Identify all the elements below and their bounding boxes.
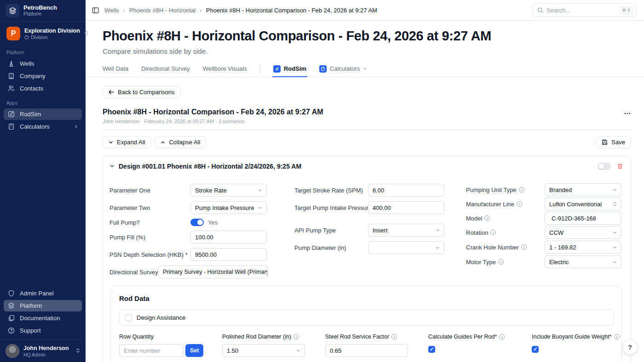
info-icon[interactable]: i: [614, 334, 620, 339]
pumping-unit-type-select[interactable]: Branded: [545, 183, 621, 196]
field-label: Pump Fill (%): [109, 231, 145, 243]
collapse-all-button[interactable]: Collapse All: [155, 136, 206, 148]
chevron-down-icon: [433, 246, 440, 250]
sidebar-item-platform[interactable]: Platform: [4, 300, 82, 311]
buoyant-weight-label: Include Buoyant Guide Weight*i: [532, 334, 620, 340]
user-menu[interactable]: John Henderson HQ Admin: [0, 339, 86, 362]
info-icon[interactable]: i: [484, 215, 490, 221]
info-icon[interactable]: i: [517, 201, 522, 207]
sidebar-item-admin-panel[interactable]: Admin Panel: [4, 288, 82, 299]
field-label: API Pump Type: [294, 224, 336, 237]
tab-wellbore-visuals[interactable]: Wellbore Visuals: [203, 61, 247, 77]
expand-all-button[interactable]: Expand All: [103, 136, 151, 148]
parameter-one-select[interactable]: Stroke Rate: [190, 184, 267, 197]
rodsim-icon: [7, 111, 15, 118]
field-label: Full Pump?: [109, 216, 140, 229]
parameter-two-select[interactable]: Pump Intake Pressure: [190, 201, 267, 214]
search-input[interactable]: [546, 7, 616, 14]
row-quantity-label: Row Quantity: [119, 334, 154, 340]
info-icon[interactable]: i: [391, 334, 397, 339]
pump-diameter-select[interactable]: [368, 241, 444, 254]
design-assistance-checkbox[interactable]: [125, 314, 132, 321]
collapse-design-icon[interactable]: [109, 163, 115, 170]
info-icon[interactable]: i: [293, 334, 299, 339]
back-to-comparisons-button[interactable]: Back to Comparisons: [103, 86, 181, 98]
calculator-icon: [7, 123, 15, 130]
org-switcher[interactable]: P Exploration Division Division: [4, 25, 82, 42]
info-icon[interactable]: i: [498, 259, 504, 265]
sidebar-item-company[interactable]: Company: [4, 70, 82, 82]
psn-depth-input[interactable]: [190, 248, 267, 261]
field-label: Rotationi: [466, 226, 496, 239]
tab-calculators[interactable]: Calculators: [319, 61, 367, 77]
chevron-down-icon: [255, 188, 262, 192]
tab-divider: [260, 65, 260, 73]
manufacturer-line-select[interactable]: Lufkin Conventional: [545, 198, 621, 210]
derrick-icon: [7, 60, 15, 67]
topbar: Wells › Phoenix #8H - Horizontal › Phoen…: [86, 0, 644, 21]
divider: [103, 130, 631, 130]
service-factor-input[interactable]: [325, 344, 408, 357]
brand-name: PetroBench: [23, 5, 57, 11]
trash-icon[interactable]: [617, 163, 623, 170]
api-pump-type-select[interactable]: Insert: [368, 224, 444, 237]
sidebar-item-rodsim[interactable]: RodSim: [4, 108, 82, 120]
info-icon[interactable]: i: [519, 187, 524, 192]
set-button[interactable]: Set: [185, 344, 203, 357]
tab-bar: Well Data Directional Survey Wellbore Vi…: [86, 61, 644, 77]
directional-survey-select[interactable]: Primary Survey - Horizontal Well (Primar…: [158, 266, 268, 278]
full-pump-toggle[interactable]: [190, 219, 204, 226]
design-card: Design #001.01 Phoenix #8H - Horizontal …: [103, 156, 631, 362]
arrow-left-icon: [109, 90, 114, 95]
pump-fill-input[interactable]: [190, 231, 267, 243]
more-options-button[interactable]: ⋯: [624, 108, 631, 117]
sidebar-item-documentation[interactable]: Documentation: [4, 312, 82, 324]
rotation-select[interactable]: CCW: [545, 226, 621, 239]
search-box[interactable]: ⌘ K: [533, 3, 637, 17]
calc-guides-checkbox[interactable]: ✓: [428, 346, 435, 353]
rodsim-app-icon: [273, 65, 281, 73]
help-button[interactable]: ?: [622, 339, 638, 355]
tab-rodsim[interactable]: RodSim: [273, 61, 306, 77]
buoyant-weight-checkbox[interactable]: ✓: [532, 346, 539, 353]
target-pip-input[interactable]: [368, 201, 444, 214]
search-icon: [537, 7, 543, 13]
panel-toggle-icon[interactable]: [92, 7, 99, 13]
field-label: PSN Depth Selection (HKB) *: [109, 248, 188, 261]
row-quantity-input[interactable]: [119, 344, 184, 357]
save-button[interactable]: Save: [596, 136, 631, 148]
crank-hole-select[interactable]: 1 - 169.82: [545, 241, 621, 254]
brand: PetroBench Platform: [0, 0, 86, 22]
sidebar-item-contacts[interactable]: Contacts: [4, 83, 82, 94]
model-input[interactable]: [545, 212, 621, 225]
calc-guides-label: Calculate Guides Per Rod*i: [428, 334, 505, 340]
info-icon[interactable]: i: [521, 244, 527, 250]
design-assistance-row: Design Assistance: [119, 309, 614, 326]
page-subtitle: Compare simulations side by side.: [103, 47, 631, 55]
service-factor-label: Steel Rod Service Factori: [325, 334, 397, 340]
chevron-down-icon: [293, 349, 300, 353]
field-label: Modeli: [466, 212, 490, 225]
search-shortcut: ⌘ K: [619, 7, 633, 14]
sidebar-item-support[interactable]: Support: [4, 325, 82, 336]
sidebar-item-calculators[interactable]: Calculators: [4, 121, 82, 132]
chevron-right-icon: [74, 123, 78, 130]
nav-section-platform: Platform: [0, 44, 86, 57]
breadcrumb-separator: ›: [200, 7, 201, 14]
sidebar-item-wells[interactable]: Wells: [4, 58, 82, 69]
breadcrumb-wells[interactable]: Wells: [104, 7, 119, 14]
design-toggle[interactable]: [598, 163, 611, 170]
breadcrumb-well[interactable]: Phoenix #8H - Horizontal: [129, 7, 196, 14]
chevron-up-down-icon: [84, 29, 88, 38]
chevron-down-icon: [363, 65, 367, 72]
full-pump-state: Yes: [208, 219, 218, 226]
info-icon[interactable]: i: [499, 334, 505, 339]
motor-type-select[interactable]: Electric: [545, 255, 621, 268]
polished-rod-select[interactable]: 1.50: [222, 344, 305, 357]
info-icon[interactable]: i: [490, 230, 496, 235]
target-stroke-rate-input[interactable]: [368, 184, 444, 197]
tab-directional-survey[interactable]: Directional Survey: [141, 61, 190, 77]
field-label: Target Stroke Rate (SPM): [294, 184, 363, 197]
tab-well-data[interactable]: Well Data: [103, 61, 128, 77]
chevron-down-icon: [255, 206, 262, 210]
